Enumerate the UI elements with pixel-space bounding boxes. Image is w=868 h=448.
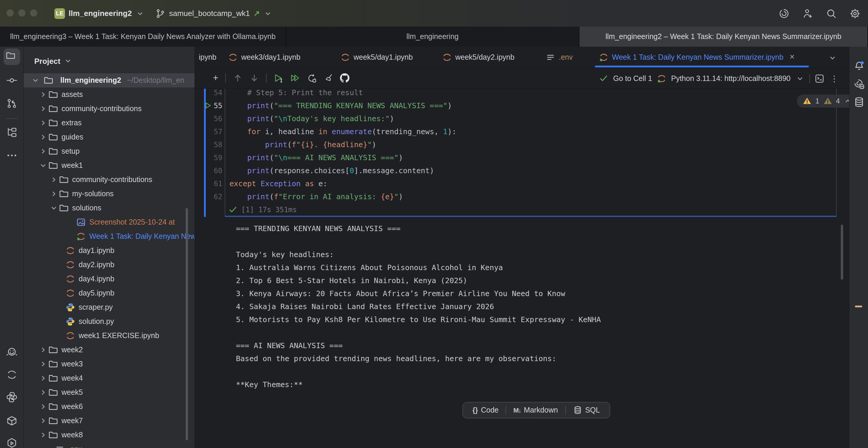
project-tool-icon[interactable] bbox=[6, 51, 16, 60]
tree-item[interactable]: day1.ipynb bbox=[24, 244, 195, 258]
notifications-bell-icon[interactable] bbox=[853, 60, 865, 72]
code-line[interactable]: 57 for i, headline in enumerate(trending… bbox=[195, 125, 845, 138]
jupyter-tool-icon[interactable] bbox=[6, 369, 18, 381]
restart-kernel-icon[interactable] bbox=[307, 73, 317, 83]
tree-item[interactable]: scraper.py bbox=[24, 300, 195, 314]
tree-item[interactable]: my-solutions bbox=[24, 187, 195, 201]
chevron-right-icon[interactable] bbox=[39, 417, 47, 425]
chevron-right-icon[interactable] bbox=[39, 119, 47, 127]
tree-item[interactable]: week8 bbox=[24, 428, 195, 442]
tree-root-item[interactable]: llm_engineering2 ~/Desktop/llm_en bbox=[24, 73, 195, 88]
project-widget[interactable]: LE llm_engineering2 bbox=[54, 0, 145, 27]
tree-item[interactable]: .env bbox=[24, 442, 195, 448]
chevron-right-icon[interactable] bbox=[39, 147, 47, 155]
tree-item[interactable]: guides bbox=[24, 130, 195, 144]
tree-item[interactable]: setup bbox=[24, 144, 195, 158]
tree-item[interactable]: community-contributions bbox=[24, 102, 195, 116]
tree-item[interactable]: day2.ipynb bbox=[24, 258, 195, 272]
services-tool-icon[interactable] bbox=[6, 437, 18, 448]
tree-item[interactable]: assets bbox=[24, 88, 195, 102]
prev-problem-icon[interactable] bbox=[843, 96, 849, 106]
tree-item[interactable]: week2 bbox=[24, 343, 195, 357]
tree-item[interactable]: week1 bbox=[24, 158, 195, 172]
chevron-down-icon[interactable] bbox=[31, 76, 40, 85]
database-tool-icon[interactable] bbox=[853, 96, 865, 108]
tree-item[interactable]: solutions bbox=[24, 201, 195, 215]
editor-tab[interactable]: week5/day1.ipynb bbox=[335, 47, 436, 67]
window-tab[interactable]: llm_engineering bbox=[286, 27, 580, 47]
editor-tab[interactable]: week5/day2.ipynb bbox=[436, 47, 540, 67]
chevron-right-icon[interactable] bbox=[50, 190, 58, 198]
tree-item[interactable]: day4.ipynb bbox=[24, 272, 195, 286]
move-cell-down-icon[interactable] bbox=[250, 73, 259, 83]
settings-gear-icon[interactable] bbox=[849, 7, 861, 19]
github-icon[interactable] bbox=[340, 73, 350, 83]
tree-item[interactable]: community-contributions bbox=[24, 172, 195, 187]
chevron-right-icon[interactable] bbox=[39, 90, 47, 99]
move-cell-up-icon[interactable] bbox=[233, 73, 243, 83]
minimize-window-button[interactable] bbox=[18, 9, 25, 17]
python-packages-tool-icon[interactable] bbox=[6, 415, 18, 427]
python-tool-icon[interactable] bbox=[6, 391, 18, 403]
chevron-right-icon[interactable] bbox=[50, 175, 58, 184]
tree-item[interactable]: Screenshot 2025-10-24 at bbox=[24, 215, 195, 229]
jupyter-console-icon[interactable] bbox=[815, 73, 824, 83]
go-to-cell-button[interactable]: Go to Cell 1 bbox=[613, 74, 652, 83]
chevron-right-icon[interactable] bbox=[39, 403, 47, 411]
code-line[interactable]: 59 print("\n=== AI NEWS ANALYSIS ===") bbox=[195, 151, 845, 164]
zoom-window-button[interactable] bbox=[30, 9, 37, 17]
editor-tab[interactable]: week3/day1.ipynb bbox=[222, 47, 335, 67]
ai-search-icon[interactable] bbox=[853, 78, 865, 90]
code-line[interactable]: 55 print("=== TRENDING KENYAN NEWS ANALY… bbox=[195, 99, 845, 112]
editor-tab[interactable]: Week 1 Task: Daily Kenyan News Summarize… bbox=[593, 47, 811, 67]
more-options-icon[interactable]: ⋮ bbox=[829, 73, 840, 83]
tree-item[interactable]: week3 bbox=[24, 357, 195, 371]
tree-item[interactable]: Week 1 Task: Daily Kenyan News Summarize… bbox=[24, 229, 195, 244]
clear-outputs-icon[interactable] bbox=[324, 73, 333, 83]
close-window-button[interactable] bbox=[6, 9, 13, 17]
tree-item[interactable]: week4 bbox=[24, 371, 195, 385]
pull-request-tool-icon[interactable] bbox=[6, 98, 18, 109]
run-all-cells-icon[interactable] bbox=[290, 73, 300, 83]
inspections-widget[interactable]: 1 4 bbox=[797, 95, 849, 107]
commit-tool-icon[interactable] bbox=[6, 74, 18, 86]
chevron-right-icon[interactable] bbox=[39, 133, 47, 141]
editor-tab[interactable]: ipynb bbox=[195, 47, 222, 67]
run-line-icon[interactable] bbox=[205, 102, 211, 108]
tree-item[interactable]: week1 EXERCISE.ipynb bbox=[24, 329, 195, 343]
tree-scrollbar[interactable] bbox=[186, 208, 188, 440]
tab-list-chevron-icon[interactable] bbox=[828, 53, 837, 63]
code-line[interactable]: 60 print(response.choices[0].message.con… bbox=[195, 164, 845, 177]
tree-item[interactable]: week6 bbox=[24, 399, 195, 414]
chevron-down-icon[interactable] bbox=[795, 73, 805, 83]
project-panel-header[interactable]: Project bbox=[34, 54, 73, 68]
chevron-right-icon[interactable] bbox=[39, 105, 47, 113]
editor-tab[interactable]: .env bbox=[540, 47, 593, 67]
tree-item[interactable]: day5.ipynb bbox=[24, 286, 195, 300]
add-user-icon[interactable] bbox=[802, 7, 814, 19]
chevron-right-icon[interactable] bbox=[39, 388, 47, 396]
structure-tool-icon[interactable] bbox=[6, 126, 18, 138]
chevron-right-icon[interactable] bbox=[39, 431, 47, 439]
tree-item[interactable]: week7 bbox=[24, 414, 195, 428]
chevron-down-icon[interactable] bbox=[39, 161, 47, 170]
add-markdown-cell-button[interactable]: M↓Markdown bbox=[506, 403, 565, 418]
run-cell-icon[interactable] bbox=[274, 73, 283, 83]
window-tab[interactable]: llm_engineering3 – Week 1 Task: Kenyan D… bbox=[0, 27, 286, 47]
editor-scrollbar[interactable] bbox=[841, 225, 843, 280]
add-code-cell-button[interactable]: {}Code bbox=[465, 403, 505, 418]
more-tools-icon[interactable] bbox=[6, 150, 18, 161]
ai-assistant-icon[interactable] bbox=[778, 7, 790, 19]
window-tab[interactable]: llm_engineering2 – Week 1 Task: Daily Ke… bbox=[580, 27, 868, 47]
code-line[interactable]: 61except Exception as e: bbox=[195, 177, 845, 190]
kernel-selector[interactable]: Python 3.11.14: http://localhost:8890 bbox=[671, 74, 790, 83]
huggingface-tool-icon[interactable] bbox=[6, 346, 18, 358]
chevron-right-icon[interactable] bbox=[39, 360, 47, 368]
branch-widget[interactable]: samuel_bootcamp_wk1 ↗ bbox=[155, 0, 273, 27]
chevron-right-icon[interactable] bbox=[39, 374, 47, 382]
add-cell-icon[interactable]: + bbox=[213, 73, 218, 83]
add-sql-cell-button[interactable]: SQL bbox=[565, 403, 607, 418]
close-tab-icon[interactable]: ✕ bbox=[789, 53, 795, 61]
tree-item[interactable]: extras bbox=[24, 116, 195, 130]
code-line[interactable]: 62 print(f"Error in AI analysis: {e}") bbox=[195, 190, 845, 203]
